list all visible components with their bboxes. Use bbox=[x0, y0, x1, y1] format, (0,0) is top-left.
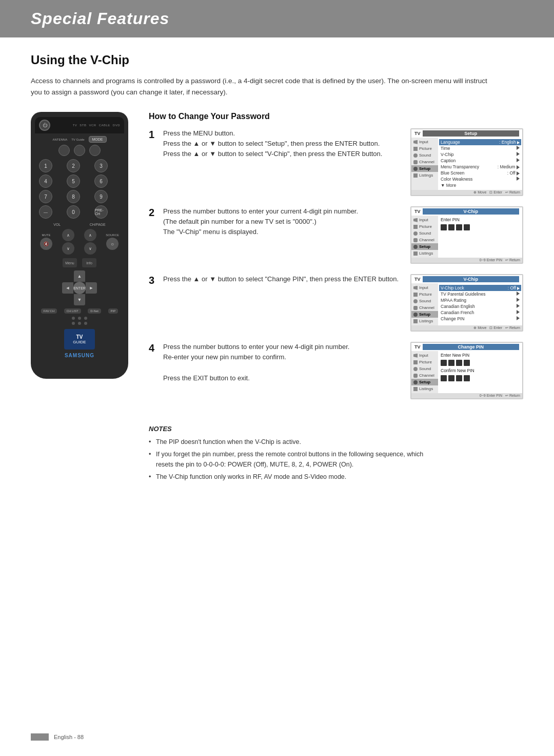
pip-button[interactable]: PIP bbox=[108, 308, 118, 314]
footer-enter-3: ⊡ Enter bbox=[489, 326, 502, 330]
remote-dots-2 bbox=[35, 322, 124, 325]
tv-side-menu-3: Input Picture Sound bbox=[411, 283, 438, 325]
changepin-sidebar: Input Picture Sound bbox=[411, 351, 522, 393]
channel-icon-2 bbox=[413, 238, 418, 242]
favch-button[interactable]: FAV CH bbox=[41, 308, 57, 314]
num-btn-3[interactable]: 3 bbox=[94, 159, 108, 172]
mute-button[interactable]: 🔇 bbox=[40, 238, 52, 250]
page-footer: English - 88 bbox=[31, 733, 84, 741]
dpad: ▲ ◄ ENTER ► ▼ bbox=[59, 270, 100, 305]
dot-3 bbox=[84, 317, 87, 320]
remote-btn-3[interactable] bbox=[89, 145, 101, 156]
transparency-label: Menu Transparency bbox=[441, 164, 479, 169]
vol-down[interactable]: ∨ bbox=[62, 242, 74, 255]
caption-label: Caption bbox=[441, 158, 456, 163]
note-1: The PIP doesn't function when the V-Chip… bbox=[149, 437, 441, 447]
num-btn-9[interactable]: 9 bbox=[94, 190, 108, 203]
num-btn-2[interactable]: 2 bbox=[67, 159, 80, 172]
setup-title-bar: TV Setup bbox=[411, 129, 522, 138]
time-label: Time bbox=[441, 146, 450, 151]
info-button[interactable]: Info bbox=[82, 258, 96, 267]
dpad-up[interactable]: ▲ bbox=[74, 270, 85, 282]
setup-label-2: Setup bbox=[419, 244, 430, 249]
num-btn-0[interactable]: 0 bbox=[67, 205, 80, 219]
confirm-pin-dots bbox=[441, 375, 520, 381]
menu-caption: Caption bbox=[441, 158, 520, 164]
colorweakness-label: Color Weakness bbox=[441, 177, 472, 182]
footer-return: ↩ Return bbox=[505, 190, 520, 195]
new-pin-dot-3 bbox=[456, 360, 462, 366]
step-1-text: Press the MENU button. Press the ▲ or ▼ … bbox=[163, 128, 405, 159]
sound-label-3: Sound bbox=[419, 299, 431, 303]
dpad-left[interactable]: ◄ bbox=[62, 282, 73, 294]
footer-text: English - 88 bbox=[54, 734, 84, 740]
notes-list: The PIP doesn't function when the V-Chip… bbox=[149, 437, 441, 482]
dot-5 bbox=[78, 322, 81, 325]
side-picture-2: Picture bbox=[411, 223, 438, 230]
listings-icon-2 bbox=[413, 251, 418, 256]
listings-icon-3 bbox=[413, 319, 418, 323]
remote-btn-2[interactable] bbox=[74, 145, 85, 156]
ch-down[interactable]: ∨ bbox=[84, 242, 96, 255]
setup-footer: ⊕ Move ⊡ Enter ↩ Return bbox=[411, 190, 522, 195]
input-icon bbox=[413, 140, 418, 144]
arrow-right bbox=[517, 141, 520, 144]
bluescreen-label: Blue Screen bbox=[441, 170, 464, 176]
num-btn-prech[interactable]: PRE-CH bbox=[94, 205, 108, 219]
channel-icon-4 bbox=[413, 374, 418, 378]
step-2: 2 Press the number buttons to enter your… bbox=[149, 206, 523, 265]
chlist-button[interactable]: CH LIST bbox=[64, 308, 81, 314]
step-4-text: Press the number buttons to enter your n… bbox=[163, 342, 405, 383]
num-btn-4[interactable]: 4 bbox=[39, 175, 52, 188]
remote-btn-1[interactable] bbox=[58, 145, 70, 156]
tvguide-label: TV Guide bbox=[71, 138, 84, 141]
num-btn-8[interactable]: 8 bbox=[67, 190, 80, 203]
mode-button[interactable]: MODE bbox=[89, 136, 107, 143]
setup-main-content: Language : English Time V-Chip bbox=[438, 138, 522, 190]
new-pin-dots bbox=[441, 360, 520, 366]
tvparental-arrow bbox=[517, 292, 520, 296]
num-btn-6[interactable]: 6 bbox=[94, 175, 108, 188]
channel-icon bbox=[413, 160, 418, 164]
vchip-label: V-Chip bbox=[441, 152, 454, 157]
remote-control: ⏻ TV STB VCR CABLE DVD ANTENNA TV Guide … bbox=[31, 112, 128, 379]
input-label-4: Input bbox=[419, 353, 428, 358]
num-btn-dash[interactable]: — bbox=[39, 205, 52, 219]
step-4-number: 4 bbox=[149, 342, 158, 354]
pin-dot-4 bbox=[464, 224, 470, 230]
mpaa-arrow bbox=[517, 298, 520, 302]
dpad-right[interactable]: ► bbox=[86, 282, 97, 294]
step-3: 3 Press the ▲ or ▼ button to select "Cha… bbox=[149, 274, 523, 333]
num-btn-7[interactable]: 7 bbox=[39, 190, 52, 203]
menu-button[interactable]: Menu bbox=[63, 258, 77, 267]
source-button[interactable]: ○ bbox=[106, 238, 118, 250]
side-listings: Listings bbox=[411, 172, 438, 179]
tv-guide-logo: TV GUIDE bbox=[64, 329, 95, 350]
step-4: 4 Press the number buttons to enter your… bbox=[149, 342, 523, 400]
bluescreen-value: : Off bbox=[507, 170, 520, 176]
confirm-pin-dot-4 bbox=[464, 375, 470, 381]
canfrench-arrow bbox=[517, 310, 520, 314]
vol-up[interactable]: ∧ bbox=[62, 229, 74, 241]
note-2: If you forget the pin number, press the … bbox=[149, 449, 441, 470]
howto-title: How to Change Your Password bbox=[149, 112, 523, 121]
ch-up[interactable]: ∧ bbox=[84, 229, 96, 241]
vchip-screen-title: V-Chip bbox=[423, 208, 519, 215]
power-button[interactable]: ⏻ bbox=[39, 120, 50, 131]
num-btn-5[interactable]: 5 bbox=[67, 175, 80, 188]
stb-label: STB bbox=[80, 124, 86, 127]
vchip-arrow bbox=[517, 152, 520, 156]
canenglish-label: Canadian English bbox=[441, 304, 475, 309]
side-sound: Sound bbox=[411, 152, 438, 159]
menu-more: ▼ More bbox=[441, 182, 520, 188]
cable-label: CABLE bbox=[99, 124, 110, 127]
menu-canfrench: Canadian French bbox=[441, 309, 520, 316]
vchip-pin-screen: TV V-Chip Input Pict bbox=[410, 206, 523, 264]
num-btn-1[interactable]: 1 bbox=[39, 159, 52, 172]
time-arrow bbox=[517, 146, 520, 150]
enter-button[interactable]: ENTER bbox=[73, 282, 86, 294]
dnet-button[interactable]: D-Net bbox=[88, 308, 101, 314]
input-label-3: Input bbox=[419, 285, 428, 290]
side-setup-2: Setup bbox=[411, 243, 438, 250]
dpad-down[interactable]: ▼ bbox=[74, 294, 85, 305]
